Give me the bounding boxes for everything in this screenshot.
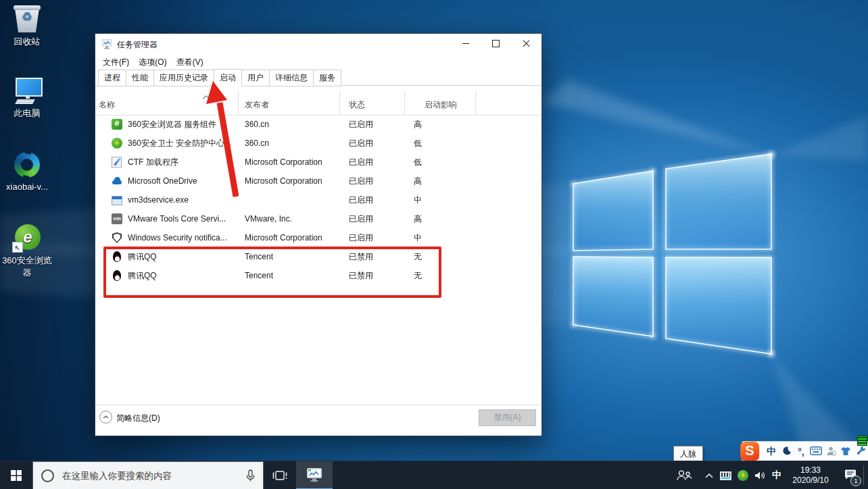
app-icon (112, 251, 122, 262)
tab-strip: 进程性能应用历史记录启动用户详细信息服务 (95, 69, 541, 86)
table-row[interactable]: Microsoft OneDrive Microsoft Corporation… (95, 172, 541, 190)
minimize-button[interactable] (450, 34, 481, 53)
column-divider[interactable] (238, 91, 239, 115)
details-toggle-label[interactable]: 简略信息(D) (116, 413, 160, 424)
this-pc-icon (12, 76, 42, 105)
menu-item[interactable]: 选项(O) (134, 57, 171, 68)
taskbar-clock[interactable]: 19:33 2020/9/10 (784, 461, 837, 489)
window-titlebar[interactable]: 任务管理器 (95, 34, 541, 54)
startup-table-body: 360安全浏览器 服务组件 360.cn 已启用 高 360安全卫士 安全防护中… (95, 115, 541, 285)
column-header-impact[interactable]: 启动影响 (425, 99, 457, 111)
people-button[interactable] (669, 461, 699, 489)
table-header: 名称 发布者 状态 启动影响 (95, 86, 541, 115)
cell-impact: 高 (414, 115, 454, 134)
soft-keyboard-icon[interactable] (809, 446, 823, 457)
tab[interactable]: 服务 (313, 70, 341, 86)
tab[interactable]: 启动 (214, 69, 242, 86)
table-row[interactable]: CTF 加载程序 Microsoft Corporation 已启用 低 (95, 153, 541, 172)
column-divider[interactable] (339, 91, 340, 115)
cell-publisher: Microsoft Corporation (245, 228, 346, 247)
cell-name: vm3dservice.exe (128, 190, 241, 209)
microphone-icon[interactable] (246, 469, 255, 482)
show-desktop-divider[interactable] (863, 465, 864, 486)
tab[interactable]: 详细信息 (269, 70, 314, 86)
cell-publisher: Microsoft Corporation (245, 153, 346, 172)
column-header-name[interactable]: 名称 (99, 99, 115, 111)
skin-shirt-icon[interactable] (838, 446, 853, 458)
tab[interactable]: 用户 (241, 70, 270, 86)
punctuation-toggle-icon[interactable]: °, (794, 446, 809, 457)
sogou-logo-icon[interactable]: S (740, 442, 759, 461)
xiaobai-sync-icon (12, 150, 42, 180)
column-header-status[interactable]: 状态 (349, 99, 365, 111)
chevron-up-icon (705, 473, 713, 478)
ime-mode-chinese[interactable]: 中 (764, 446, 779, 458)
task-view-icon (272, 470, 287, 481)
cell-name: Microsoft OneDrive (128, 172, 241, 190)
sort-ascending-icon[interactable] (202, 95, 210, 99)
table-row[interactable]: 腾讯QQ Tencent 已禁用 无 (95, 247, 541, 266)
cell-publisher: Tencent (245, 266, 346, 285)
360-safeguard-icon (738, 470, 748, 481)
table-row[interactable]: Windows Security notifica... Microsoft C… (95, 228, 541, 247)
desktop-icon-label: 回收站 (0, 36, 54, 48)
menu-item[interactable]: 查看(V) (172, 57, 208, 68)
settings-wrench-icon[interactable] (853, 446, 868, 458)
tab[interactable]: 性能 (126, 70, 154, 86)
tab[interactable]: 应用历史记录 (153, 70, 214, 86)
cell-impact: 低 (414, 153, 454, 172)
desktop-icon-label: 此电脑 (0, 107, 54, 120)
night-mode-moon-icon[interactable] (779, 446, 794, 458)
desktop-icon-recycle-bin[interactable]: ♻ 回收站 (0, 4, 54, 48)
column-divider[interactable] (404, 91, 405, 115)
touch-keyboard-icon (720, 471, 731, 480)
cell-status: 已启用 (349, 228, 410, 247)
cell-publisher: Tencent (245, 247, 346, 266)
taskbar-search-box[interactable] (32, 461, 264, 489)
start-button[interactable] (0, 461, 32, 489)
table-row[interactable]: 腾讯QQ Tencent 已禁用 无 (95, 266, 541, 285)
desktop-icon-360-browser[interactable]: e↖ 360安全浏览器 (0, 223, 54, 279)
maximize-button[interactable] (481, 34, 511, 53)
window-title: 任务管理器 (117, 39, 158, 51)
touch-keyboard-button[interactable] (717, 461, 734, 489)
ime-indicator[interactable]: 中 (769, 461, 784, 489)
column-header-publisher[interactable]: 发布者 (245, 99, 269, 111)
app-icon (112, 157, 122, 168)
cell-name: VMware Tools Core Servi... (128, 209, 241, 228)
close-button[interactable] (511, 34, 541, 53)
task-view-button[interactable] (264, 461, 296, 489)
desktop-icon-this-pc[interactable]: 此电脑 (0, 76, 54, 120)
menu-item[interactable]: 文件(F) (98, 57, 134, 68)
table-row[interactable]: 360安全卫士 安全防护中心... 360.cn 已启用 低 (95, 134, 541, 153)
volume-button[interactable] (752, 461, 769, 489)
people-icon (676, 469, 692, 482)
taskbar-task-manager-button[interactable] (296, 461, 333, 489)
window-footer: 简略信息(D) 禁用(A) (95, 405, 541, 436)
network-status-corner-icon[interactable] (857, 436, 867, 446)
task-manager-taskbar-icon (306, 467, 322, 482)
collapse-details-button[interactable] (99, 411, 112, 423)
tab[interactable]: 进程 (98, 70, 126, 86)
table-row[interactable]: VMware Tools Core Servi... VMware, Inc. … (95, 209, 541, 228)
column-divider[interactable] (475, 91, 476, 115)
search-input[interactable] (61, 470, 233, 482)
hidden-icons-chevron[interactable] (702, 461, 717, 489)
cell-impact: 无 (414, 247, 454, 266)
disable-button[interactable]: 禁用(A) (479, 409, 536, 426)
cell-publisher: 360.cn (245, 134, 346, 153)
action-center-button[interactable]: 1 (838, 461, 863, 489)
cell-name: 腾讯QQ (128, 266, 241, 285)
sogou-ime-toolbar: S 中 °, (742, 441, 868, 463)
desktop-icon-xiaobai[interactable]: xiaobai-v... (0, 150, 54, 192)
cell-status: 已启用 (349, 209, 410, 228)
desktop-icon-label: 360安全浏览器 (0, 255, 54, 279)
cell-name: Windows Security notifica... (128, 228, 241, 247)
table-row[interactable]: vm3dservice.exe 已启用 中 (95, 190, 541, 209)
app-icon (112, 270, 122, 281)
table-row[interactable]: 360安全浏览器 服务组件 360.cn 已启用 高 (95, 115, 541, 134)
desktop: ♻ 回收站 此电脑 xiaobai-v... e↖ 360安全浏览器 (0, 0, 868, 489)
tray-360-safeguard[interactable] (734, 461, 752, 489)
sogou-account-icon[interactable] (823, 446, 838, 458)
cell-publisher: Microsoft Corporation (245, 172, 346, 190)
